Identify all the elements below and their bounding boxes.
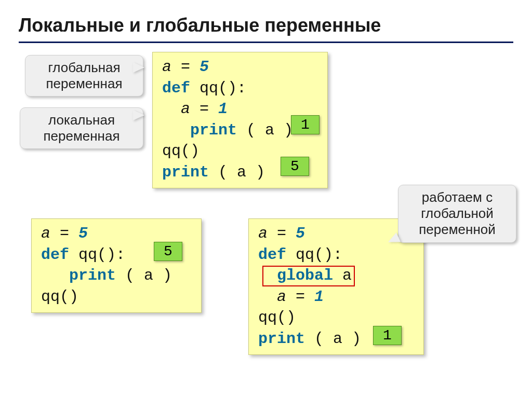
callout-tail bbox=[133, 62, 144, 73]
callout-local-variable: локальная переменная bbox=[20, 107, 143, 149]
output-chip-box3: 1 bbox=[373, 326, 402, 345]
callout-tail bbox=[133, 110, 144, 120]
callout-work-global: работаем с глобальной переменной bbox=[398, 185, 516, 243]
code-box-2: a = 5 def qq(): print ( a ) qq() bbox=[31, 218, 202, 313]
title-rule bbox=[19, 42, 513, 43]
highlight-global-a bbox=[262, 266, 355, 286]
output-chip-box2: 5 bbox=[154, 242, 182, 261]
callout-global-variable: глобальная переменная bbox=[25, 55, 143, 97]
output-chip-box1-inner: 1 bbox=[291, 115, 320, 134]
slide-title: Локальные и глобальные переменные bbox=[19, 15, 381, 36]
output-chip-box1-outer: 5 bbox=[281, 157, 309, 176]
slide: Локальные и глобальные переменные a = 5 … bbox=[0, 0, 532, 398]
